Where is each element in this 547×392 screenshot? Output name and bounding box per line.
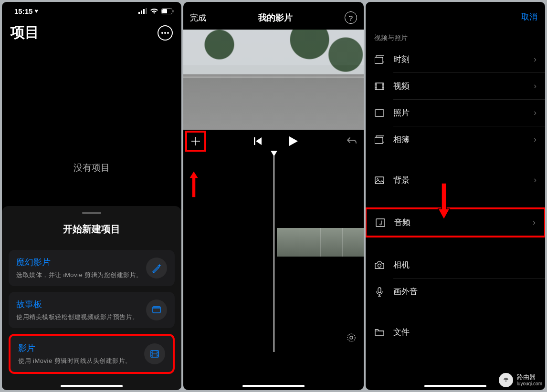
help-button[interactable]: ? — [345, 11, 357, 24]
card-subtitle: 使用 iMovie 剪辑时间线从头创建影片。 — [18, 357, 144, 365]
svg-rect-6 — [173, 10, 174, 12]
chevron-right-icon: › — [534, 134, 536, 144]
editor-header: 完成 我的影片 ? — [183, 2, 364, 30]
row-label: 画外音 — [393, 286, 536, 297]
movie-card[interactable]: 影片 使用 iMovie 剪辑时间线从头创建影片。 — [9, 334, 175, 374]
title-row: 项目 — [2, 18, 181, 47]
svg-rect-3 — [146, 8, 147, 14]
play-button[interactable] — [289, 136, 298, 146]
svg-rect-0 — [138, 12, 140, 14]
voiceover-row[interactable]: 画外音 — [366, 279, 545, 305]
chevron-right-icon: › — [534, 175, 536, 185]
video-clip[interactable] — [277, 228, 364, 257]
chevron-right-icon: › — [534, 54, 536, 64]
card-subtitle: 使用精美模板轻松创建视频或影片预告片。 — [16, 313, 146, 321]
svg-rect-34 — [375, 137, 383, 144]
projects-screen: 15:15 ♥ 项目 没有项目 开始新建项目 魔幻影片 选取媒体，并让 iMov… — [2, 2, 181, 390]
new-project-sheet: 开始新建项目 魔幻影片 选取媒体，并让 iMovie 剪辑为您创建影片。 故事板… — [2, 206, 181, 390]
battery-icon — [161, 8, 174, 14]
svg-rect-1 — [141, 10, 142, 14]
audio-row[interactable]: 音频 › — [366, 207, 545, 237]
watermark: 路由器 luyouqi.com — [499, 373, 542, 387]
svg-point-7 — [161, 32, 163, 34]
photo-row[interactable]: 照片 › — [366, 100, 545, 126]
row-label: 文件 — [393, 327, 536, 338]
mic-icon — [374, 287, 385, 297]
video-preview[interactable] — [183, 30, 364, 130]
svg-rect-33 — [375, 110, 384, 116]
svg-rect-2 — [143, 9, 145, 14]
status-time-group: 15:15 ♥ — [14, 7, 38, 15]
album-row[interactable]: 相簿 › — [366, 126, 545, 153]
image-icon — [374, 176, 385, 184]
svg-point-23 — [347, 334, 355, 341]
annotation-arrow — [437, 182, 451, 220]
undo-button[interactable] — [346, 135, 357, 147]
row-label: 时刻 — [393, 54, 525, 65]
chevron-right-icon: › — [534, 108, 536, 118]
storyboard-card[interactable]: 故事板 使用精美模板轻松创建视频或影片预告片。 — [9, 292, 175, 328]
sheet-title: 开始新建项目 — [2, 223, 181, 236]
svg-rect-11 — [153, 307, 160, 309]
watermark-logo-icon — [499, 373, 513, 387]
camera-row[interactable]: 相机 — [366, 252, 545, 278]
home-indicator[interactable] — [61, 385, 123, 387]
row-label: 照片 — [393, 107, 525, 118]
card-text: 故事板 使用精美模板轻松创建视频或影片预告片。 — [16, 299, 146, 321]
row-label: 相机 — [393, 259, 536, 270]
svg-point-36 — [377, 178, 379, 180]
timeline[interactable] — [183, 152, 364, 352]
svg-rect-35 — [375, 177, 384, 184]
settings-button[interactable] — [346, 332, 357, 345]
undo-icon — [346, 136, 357, 144]
project-title: 我的影片 — [258, 12, 293, 23]
more-button[interactable] — [158, 25, 173, 41]
chevron-right-icon: › — [533, 217, 536, 227]
page-title: 项目 — [11, 23, 39, 42]
background-row[interactable]: 背景 › — [366, 167, 545, 193]
svg-rect-22 — [254, 137, 255, 145]
card-title: 影片 — [18, 342, 144, 354]
photo-icon — [374, 109, 385, 117]
svg-point-8 — [164, 32, 166, 34]
row-label: 音频 — [394, 217, 524, 228]
skip-back-button[interactable] — [254, 137, 263, 145]
moments-row[interactable]: 时刻 › — [366, 46, 545, 72]
add-media-button[interactable] — [185, 131, 206, 152]
svg-rect-39 — [378, 288, 381, 293]
storyboard-icon — [146, 299, 167, 320]
video-row[interactable]: 视频 › — [366, 73, 545, 99]
camera-icon — [374, 261, 385, 269]
film-icon — [144, 343, 165, 364]
cancel-button[interactable]: 取消 — [521, 11, 537, 22]
cellular-icon — [138, 8, 147, 14]
svg-point-9 — [167, 32, 169, 34]
row-label: 视频 — [393, 81, 525, 92]
svg-point-38 — [378, 264, 381, 267]
status-icons — [138, 8, 174, 14]
album-icon — [374, 135, 385, 144]
home-indicator[interactable] — [242, 385, 305, 387]
sheet-grabber[interactable] — [82, 212, 101, 214]
favorite-heart-icon: ♥ — [34, 8, 38, 14]
files-row[interactable]: 文件 — [366, 319, 545, 345]
video-icon — [374, 83, 385, 90]
chevron-right-icon: › — [534, 81, 536, 91]
home-indicator[interactable] — [424, 385, 486, 387]
audio-icon — [375, 218, 386, 227]
card-title: 魔幻影片 — [16, 257, 146, 268]
row-label: 背景 — [393, 175, 525, 186]
status-time: 15:15 — [14, 7, 32, 15]
status-bar: 15:15 ♥ — [2, 4, 181, 18]
playhead[interactable] — [274, 152, 274, 352]
section-header: 视频与照片 — [366, 29, 545, 46]
row-label: 相簿 — [393, 134, 525, 145]
magic-movie-card[interactable]: 魔幻影片 选取媒体，并让 iMovie 剪辑为您创建影片。 — [9, 250, 175, 286]
editor-screen: 完成 我的影片 ? — [183, 2, 364, 390]
folder-icon — [374, 329, 385, 336]
gear-icon — [346, 332, 357, 343]
done-button[interactable]: 完成 — [190, 12, 206, 23]
card-text: 魔幻影片 选取媒体，并让 iMovie 剪辑为您创建影片。 — [16, 257, 146, 279]
playback-controls — [183, 131, 364, 152]
svg-rect-5 — [162, 9, 167, 13]
